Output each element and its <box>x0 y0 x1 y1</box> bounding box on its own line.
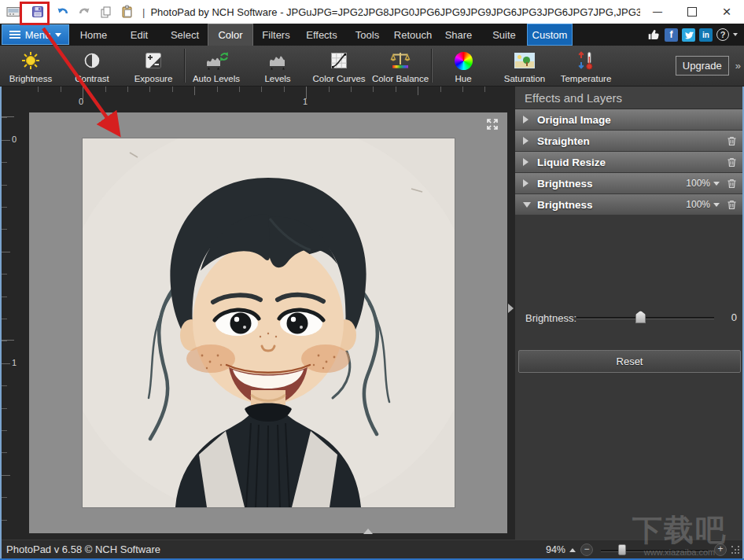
titlebar-separator <box>142 6 145 18</box>
maximize-button[interactable] <box>675 0 709 24</box>
temperature-tool[interactable]: Temperature <box>555 46 617 86</box>
layer-opacity-value[interactable]: 100% <box>686 178 710 189</box>
auto-levels-tool[interactable]: Auto Levels <box>186 46 247 86</box>
save-icon[interactable] <box>29 3 46 20</box>
color-curves-tool[interactable]: Color Curves <box>308 46 370 86</box>
undo-icon[interactable] <box>54 3 72 20</box>
statusbar: PhotoPad v 6.58 © NCH Software 94% <box>0 540 744 558</box>
facebook-icon[interactable] <box>665 28 678 42</box>
toolbar-overflow-icon[interactable] <box>735 60 741 72</box>
brightness-value: 0 <box>731 311 737 323</box>
tab-custom[interactable]: Custom <box>527 24 573 46</box>
auto-levels-icon <box>204 50 228 72</box>
layer-label: Original Image <box>537 114 738 126</box>
paste-icon[interactable] <box>118 3 135 20</box>
tab-color[interactable]: Color <box>208 24 253 46</box>
upgrade-button[interactable]: Upgrade <box>676 56 729 76</box>
tab-share[interactable]: Share <box>436 24 481 46</box>
fit-to-screen-icon[interactable] <box>485 117 499 131</box>
panel-collapse-arrow[interactable] <box>508 304 514 313</box>
chevron-right-icon[interactable] <box>523 179 529 187</box>
layer-label: Straighten <box>537 135 726 147</box>
color-balance-icon <box>389 50 411 72</box>
redo-icon[interactable] <box>76 3 93 20</box>
zoom-out-button[interactable] <box>580 543 593 556</box>
tab-filters[interactable]: Filters <box>253 24 299 46</box>
tab-tools[interactable]: Tools <box>344 24 390 46</box>
tool-label: Contrast <box>75 74 109 83</box>
copy-icon[interactable] <box>97 3 114 20</box>
layer-row-straighten[interactable]: Straighten <box>515 131 744 151</box>
layer-row-liquid-resize[interactable]: Liquid Resize <box>515 152 744 172</box>
color-curves-icon <box>330 50 348 72</box>
chevron-down-icon[interactable] <box>523 202 531 208</box>
social-links <box>647 24 744 46</box>
brightness-tool[interactable]: Brightness <box>0 46 61 86</box>
ruler-horizontal: 0 1 <box>22 87 507 110</box>
trash-icon[interactable] <box>726 135 738 147</box>
hue-wheel-icon <box>455 50 473 72</box>
tab-suite[interactable]: Suite <box>481 24 527 46</box>
collapse-bottom-arrow[interactable] <box>363 529 373 534</box>
trash-icon[interactable] <box>726 157 738 168</box>
resize-grip[interactable] <box>731 546 741 555</box>
menu-button[interactable]: Menu <box>2 24 69 45</box>
main-area: 0 1 0 1 <box>0 87 744 540</box>
menu-button-label: Menu <box>25 29 51 41</box>
levels-tool[interactable]: Levels <box>247 46 308 86</box>
photo-canvas-image[interactable] <box>83 138 455 507</box>
hue-tool[interactable]: Hue <box>433 46 494 86</box>
saturation-tool[interactable]: Saturation <box>494 46 555 86</box>
exposure-tool[interactable]: Exposure <box>123 46 184 86</box>
tool-label: Brightness <box>9 74 52 83</box>
saturation-icon <box>514 50 535 72</box>
help-icon[interactable] <box>716 28 729 41</box>
contrast-tool[interactable]: Contrast <box>61 46 123 86</box>
brightness-slider-handle[interactable] <box>635 311 646 323</box>
tool-label: Exposure <box>134 74 173 83</box>
titlebar: PhotoPad by NCH Software - JPGuJPG=JPG2J… <box>0 0 744 24</box>
trash-icon[interactable] <box>726 199 738 211</box>
zoom-slider-track[interactable] <box>601 550 708 551</box>
window-title: PhotoPad by NCH Software - JPGuJPG=JPG2J… <box>150 6 640 18</box>
hamburger-icon <box>9 31 20 39</box>
tab-effects[interactable]: Effects <box>299 24 344 46</box>
chevron-right-icon[interactable] <box>523 158 529 166</box>
zoom-slider-handle[interactable] <box>618 544 626 555</box>
tab-retouch[interactable]: Retouch <box>390 24 436 46</box>
linkedin-icon[interactable] <box>699 28 713 42</box>
help-chevron-icon[interactable] <box>733 33 738 36</box>
ruler-tick-label: 0 <box>79 97 83 106</box>
layer-row-brightness-1[interactable]: Brightness 100% <box>515 173 744 193</box>
ruler-vertical: 0 1 <box>2 110 22 540</box>
tab-strip: Home Edit Select Color Filters Effects T… <box>71 24 573 46</box>
minimize-button[interactable] <box>640 0 675 24</box>
color-balance-tool[interactable]: Color Balance <box>370 46 431 86</box>
tool-label: Color Balance <box>372 74 429 83</box>
layer-row-original-image[interactable]: Original Image <box>515 109 744 130</box>
twitter-icon[interactable] <box>682 28 695 42</box>
trash-icon[interactable] <box>726 178 738 190</box>
zoom-in-button[interactable] <box>714 543 727 556</box>
zoom-menu-caret-icon[interactable] <box>569 548 576 552</box>
app-icon <box>5 3 22 20</box>
tab-home[interactable]: Home <box>71 24 116 46</box>
window-border-left <box>0 87 2 560</box>
layer-label: Brightness <box>537 178 686 190</box>
chevron-right-icon[interactable] <box>523 116 529 123</box>
chevron-down-icon[interactable] <box>713 203 720 207</box>
tool-label: Levels <box>264 74 290 83</box>
tab-select[interactable]: Select <box>162 24 208 46</box>
layer-label: Liquid Resize <box>537 157 726 168</box>
ruler-tick-label: 1 <box>12 358 17 367</box>
like-icon[interactable] <box>647 28 661 42</box>
chevron-down-icon[interactable] <box>713 182 720 186</box>
menubar: Menu Home Edit Select Color Filters Effe… <box>0 24 744 46</box>
layer-opacity-value[interactable]: 100% <box>686 199 710 210</box>
zoom-level[interactable]: 94% <box>537 544 565 555</box>
close-button[interactable] <box>709 0 744 24</box>
layer-row-brightness-2[interactable]: Brightness 100% <box>515 194 744 215</box>
chevron-right-icon[interactable] <box>523 137 529 145</box>
tab-edit[interactable]: Edit <box>116 24 162 46</box>
reset-button[interactable]: Reset <box>518 350 741 373</box>
